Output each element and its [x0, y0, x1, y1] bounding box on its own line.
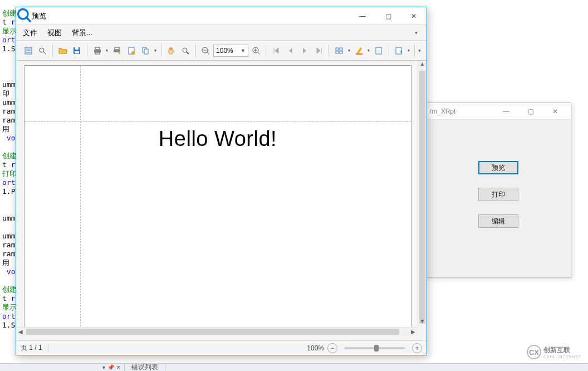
zoom-percent: 100%: [307, 344, 324, 352]
svg-rect-11: [95, 47, 100, 50]
statusbar: 页 1 / 1 100% − +: [16, 340, 427, 355]
svg-line-7: [43, 52, 46, 54]
brand-watermark: CX 创新互联 CXHL INTERNET: [527, 344, 584, 360]
svg-rect-32: [340, 51, 342, 53]
zoom-slider-knob[interactable]: [374, 345, 379, 352]
toolbar-overflow-icon[interactable]: ▾: [418, 47, 421, 53]
preview-window-title: 预览: [32, 11, 350, 21]
zoom-value: 100%: [216, 47, 233, 55]
svg-rect-19: [144, 49, 148, 54]
svg-point-20: [183, 48, 187, 52]
svg-line-1: [27, 18, 31, 22]
svg-rect-15: [114, 50, 120, 52]
svg-point-0: [18, 9, 28, 19]
page-setup-icon[interactable]: [125, 44, 138, 57]
error-list-tab[interactable]: 错误列表: [125, 364, 165, 371]
horizontal-scrollbar[interactable]: ◀ ▶: [16, 327, 418, 336]
ide-bottom-tabstrip: ▾ 📌 ✕ 错误列表: [0, 363, 588, 371]
svg-rect-12: [94, 50, 101, 52]
svg-point-6: [40, 48, 44, 52]
svg-text:A: A: [377, 48, 380, 53]
file-list-icon[interactable]: [22, 44, 35, 57]
color-icon[interactable]: [352, 44, 366, 57]
minimize-button[interactable]: ―: [350, 7, 375, 25]
preview-titlebar[interactable]: 预览 ― ▢ ✕: [16, 7, 427, 25]
svg-rect-10: [75, 51, 79, 53]
preview-app-icon: [16, 7, 32, 25]
export-dropdown[interactable]: ▾: [406, 48, 411, 53]
svg-line-28: [258, 52, 259, 54]
report-page[interactable]: Hello World!: [24, 65, 411, 333]
svg-line-21: [187, 52, 189, 54]
chevron-down-icon[interactable]: ▾: [102, 364, 105, 370]
last-page-icon[interactable]: [312, 44, 326, 57]
form-xrpt-window: rm_XRpt ― ▢ ✕ 预览 打印 编辑: [425, 102, 571, 278]
svg-rect-33: [356, 53, 362, 55]
watermark-icon[interactable]: A: [372, 44, 385, 57]
svg-rect-13: [95, 52, 100, 54]
svg-rect-14: [115, 47, 119, 50]
svg-rect-36: [396, 47, 401, 54]
close-icon[interactable]: ✕: [116, 364, 121, 370]
minimize-button[interactable]: ―: [494, 108, 518, 115]
first-page-icon[interactable]: [270, 44, 283, 57]
edit-button[interactable]: 编辑: [478, 214, 518, 228]
svg-rect-31: [336, 51, 339, 53]
scroll-down-icon[interactable]: ▼: [418, 318, 427, 327]
magnifier-icon[interactable]: [179, 44, 192, 57]
scale-icon[interactable]: [139, 44, 152, 57]
hand-tool-icon[interactable]: [165, 44, 178, 57]
open-icon[interactable]: [56, 44, 70, 57]
menu-background[interactable]: 背景...: [72, 28, 92, 38]
find-icon[interactable]: [36, 44, 50, 57]
zoom-out-button[interactable]: −: [327, 343, 337, 353]
toolbar: ▾ ▾ 100% ▼ ▾ ▾ A ▾ ▾: [16, 41, 427, 61]
menubar: 文件 视图 背景... ▾: [16, 25, 427, 41]
prev-page-icon[interactable]: [284, 44, 297, 57]
print-icon[interactable]: [91, 44, 104, 57]
report-text: Hello World!: [24, 127, 411, 151]
scroll-left-icon[interactable]: ◀: [16, 328, 25, 336]
svg-point-17: [131, 51, 135, 55]
scroll-up-icon[interactable]: ▲: [418, 61, 427, 70]
page-indicator: 页 1 / 1: [21, 343, 42, 353]
svg-rect-9: [75, 47, 79, 50]
multipage-icon[interactable]: [332, 44, 346, 57]
multipage-dropdown[interactable]: ▾: [347, 48, 351, 53]
zoom-combobox[interactable]: 100% ▼: [213, 45, 248, 57]
secondary-titlebar[interactable]: rm_XRpt ― ▢ ✕: [426, 103, 571, 120]
secondary-window-title: rm_XRpt: [429, 108, 494, 115]
quick-print-icon[interactable]: [110, 44, 124, 57]
scale-dropdown[interactable]: ▾: [153, 48, 158, 53]
vertical-scrollbar[interactable]: ▲ ▼: [418, 61, 427, 327]
menu-file[interactable]: 文件: [23, 28, 37, 38]
document-viewport: Hello World! ▲ ▼ ◀ ▶: [16, 61, 427, 340]
next-page-icon[interactable]: [298, 44, 311, 57]
zoom-in-button[interactable]: +: [412, 343, 422, 353]
preview-button[interactable]: 预览: [478, 161, 518, 174]
print-dropdown[interactable]: ▾: [105, 48, 109, 53]
scroll-thumb[interactable]: [26, 329, 399, 335]
svg-line-24: [207, 52, 209, 54]
close-button[interactable]: ✕: [401, 7, 427, 25]
close-button[interactable]: ✕: [543, 108, 567, 115]
pin-icon[interactable]: 📌: [107, 364, 114, 370]
svg-rect-29: [336, 48, 339, 50]
brand-mark: CX: [527, 345, 541, 359]
zoom-out-icon[interactable]: [199, 44, 213, 57]
scroll-right-icon[interactable]: ▶: [409, 328, 418, 336]
maximize-button[interactable]: ▢: [518, 108, 543, 115]
toolbar-overflow-icon[interactable]: ▾: [415, 30, 420, 36]
zoom-slider[interactable]: [344, 347, 405, 349]
color-dropdown[interactable]: ▾: [366, 48, 371, 53]
menu-view[interactable]: 视图: [47, 28, 62, 38]
save-icon[interactable]: [70, 44, 84, 57]
brand-text: 创新互联: [543, 345, 581, 355]
chevron-down-icon: ▼: [241, 48, 246, 53]
preview-window: 预览 ― ▢ ✕ 文件 视图 背景... ▾ ▾ ▾ 100% ▼: [16, 7, 427, 355]
zoom-in-icon[interactable]: [249, 44, 263, 57]
scroll-thumb[interactable]: [419, 71, 425, 324]
export-icon[interactable]: [393, 44, 406, 57]
maximize-button[interactable]: ▢: [375, 7, 401, 25]
print-button[interactable]: 打印: [478, 188, 518, 201]
